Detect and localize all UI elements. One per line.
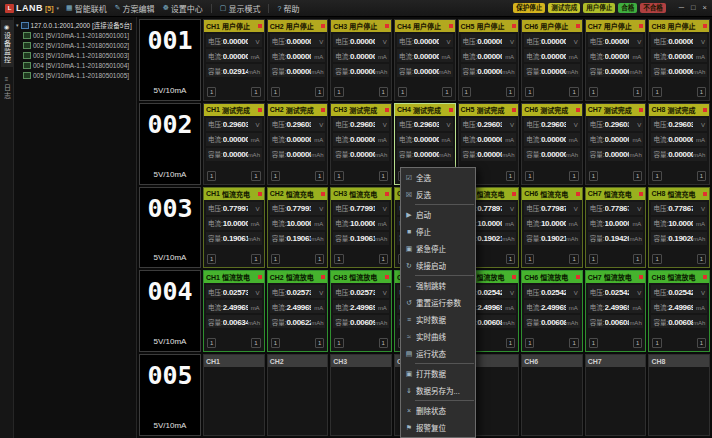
capacity-label: 容量:: [272, 233, 287, 243]
context-menu-item-realtime-data[interactable]: ≡实时数据: [402, 311, 474, 328]
current-value: 0.00000: [541, 135, 566, 144]
channel-card[interactable]: CH8: [648, 354, 710, 436]
device-icon: [23, 62, 31, 69]
channel-card[interactable]: CH1: [203, 354, 265, 436]
save-data-as-icon: ⇓: [405, 387, 413, 395]
menu-help[interactable]: ?帮助: [277, 3, 299, 14]
close-button[interactable]: ×: [703, 3, 707, 13]
channel-card[interactable]: CH7用户停止电压:0.00000V电流:0.00000mA容量:0.00000…: [585, 19, 647, 101]
sidebar-tab-device-monitor[interactable]: ◉设备监控: [1, 20, 13, 67]
menu-display-mode[interactable]: ▢显示模式: [220, 3, 261, 14]
cycle-number: 1: [633, 87, 642, 97]
tree-root-node[interactable]: ▾ 127.0.0.1:2001,2000 [连接设备5台]: [16, 20, 134, 30]
voltage-label: 电压:: [653, 287, 668, 297]
chevron-down-icon[interactable]: ▾: [57, 5, 60, 11]
channel-card[interactable]: CH3: [330, 354, 392, 436]
channel-card[interactable]: CH2用户停止电压:0.00000V电流:0.00000mA容量:0.00000…: [267, 19, 329, 101]
channel-card[interactable]: CH3测试完成电压:0.29603V电流:0.00000mA容量:0.00000…: [330, 103, 392, 185]
step-row: 11: [649, 169, 709, 184]
channel-card[interactable]: CH8恒流充电电压:0.77867V电流:10.0000mA容量:0.19020…: [648, 187, 710, 269]
channel-card[interactable]: CH7测试完成电压:0.29603V电流:0.00000mA容量:0.00000…: [585, 103, 647, 185]
context-menu-item-delete-status[interactable]: ×删除状态: [402, 402, 474, 419]
app-brand[interactable]: L LANB [5] ▾: [5, 3, 59, 13]
legend-fail: 不合格: [640, 3, 666, 13]
channel-card[interactable]: CH7恒流充电电压:0.77867V电流:10.0000mA容量:0.19420…: [585, 187, 647, 269]
channel-card[interactable]: CH6恒流放电电压:0.02542V电流:2.49969mA容量:0.00608…: [521, 270, 583, 352]
menu-settings-center[interactable]: ☸设置中心: [163, 3, 203, 14]
current-row: 电流:10.0000mA: [333, 217, 389, 230]
capacity-value: 0.00000: [350, 67, 375, 76]
context-menu-item-reset-run-params[interactable]: ↺重置运行参数: [402, 294, 474, 311]
channel-card[interactable]: CH3用户停止电压:0.00000V电流:0.00000mA容量:0.00000…: [330, 19, 392, 101]
device-display[interactable]: 0035V/10mA: [139, 187, 201, 269]
voltage-unit: V: [248, 122, 260, 128]
voltage-value: 0.29603: [541, 120, 566, 129]
device-display[interactable]: 0055V/10mA: [139, 354, 201, 436]
channel-card[interactable]: CH8用户停止电压:0.00000V电流:0.00000mA容量:0.00000…: [648, 19, 710, 101]
menu-smart-connect[interactable]: ▦智能联机: [66, 3, 107, 14]
channel-card[interactable]: CH8测试完成电压:0.29603V电流:0.00000mA容量:0.00000…: [648, 103, 710, 185]
channel-card[interactable]: CH2: [267, 354, 329, 436]
context-menu-item-realtime-curve[interactable]: ≈实时曲线: [402, 328, 474, 345]
channel-status: 用户停止: [667, 21, 701, 31]
context-menu-item-stop[interactable]: ■停止: [402, 223, 474, 240]
menu-plan-editor[interactable]: ✎方案编辑: [115, 3, 155, 14]
channel-card[interactable]: CH7恒流放电电压:0.02542V电流:2.49969mA容量:0.00608…: [585, 270, 647, 352]
tree-device-item[interactable]: 002 [5V/10mA-1.1-20180501002]: [16, 40, 134, 50]
channel-card[interactable]: CH6用户停止电压:0.00000V电流:0.00000mA容量:0.00000…: [521, 19, 583, 101]
device-display[interactable]: 0045V/10mA: [139, 270, 201, 352]
voltage-value: 0.00000: [605, 37, 630, 46]
maximize-button[interactable]: □: [691, 3, 696, 13]
channel-card[interactable]: CH7: [585, 354, 647, 436]
tree-device-item[interactable]: 003 [5V/10mA-1.1-20180501003]: [16, 50, 134, 60]
context-menu-item-start[interactable]: ▶启动: [402, 206, 474, 223]
device-display[interactable]: 0015V/10mA: [139, 19, 201, 101]
channel-card[interactable]: CH2恒流充电电压:0.77991V电流:10.0000mA容量:0.19061…: [267, 187, 329, 269]
context-menu-item-alarm-reset[interactable]: ⚑报警复位: [402, 419, 474, 436]
context-menu-item-open-data[interactable]: ▣打开数据: [402, 365, 474, 382]
step-number: 1: [334, 87, 343, 97]
channel-card[interactable]: CH3恒流放电电压:0.02573V电流:2.49969mA容量:0.00609…: [330, 270, 392, 352]
sidebar-tab-label: 日志: [2, 84, 12, 100]
voltage-value: 0.00000: [477, 37, 502, 46]
tree-device-item[interactable]: 004 [5V/10mA-1.1-20180501004]: [16, 60, 134, 70]
tree-root-label: 127.0.0.1:2001,2000 [连接设备5台]: [31, 20, 132, 30]
voltage-unit: V: [566, 122, 578, 128]
channel-card[interactable]: CH1测试完成电压:0.29603V电流:0.00000mA容量:0.00000…: [203, 103, 265, 185]
device-display[interactable]: 0025V/10mA: [139, 103, 201, 185]
channel-card[interactable]: CH3恒流充电电压:0.77991V电流:10.0000mA容量:0.19061…: [330, 187, 392, 269]
context-menu-item-emergency-stop[interactable]: ▣紧急停止: [402, 240, 474, 257]
context-menu-item-save-data-as[interactable]: ⇓数据另存为...: [402, 382, 474, 399]
recording-dot-icon: [258, 192, 262, 196]
channel-card[interactable]: CH6测试完成电压:0.29603V电流:0.00000mA容量:0.00000…: [521, 103, 583, 185]
tree-device-item[interactable]: 001 [5V/10mA-1.1-20180501001]: [16, 30, 134, 40]
channel-card[interactable]: CH2测试完成电压:0.29603V电流:0.00000mA容量:0.00000…: [267, 103, 329, 185]
channel-card[interactable]: CH5用户停止电压:0.00000V电流:0.00000mA容量:0.00000…: [458, 19, 520, 101]
channel-card[interactable]: CH8恒流放电电压:0.02542V电流:2.49969mA容量:0.00608…: [648, 270, 710, 352]
channel-card[interactable]: CH2恒流放电电压:0.02573V电流:2.49969mA容量:0.00622…: [267, 270, 329, 352]
cycle-number: 1: [569, 87, 578, 97]
voltage-row: 电压:0.29603V: [651, 118, 707, 131]
channel-card[interactable]: CH1恒流充电电压:0.77997V电流:10.0000mA容量:0.19061…: [203, 187, 265, 269]
channel-card[interactable]: CH6: [521, 354, 583, 436]
context-menu-label: 反选: [416, 189, 431, 200]
current-value: 0.00000: [605, 135, 630, 144]
channel-card[interactable]: CH1用户停止电压:0.00000V电流:0.00000mA容量:0.02914…: [203, 19, 265, 101]
context-menu-item-force-jump[interactable]: →强制跳转: [402, 277, 474, 294]
tree-expand-icon[interactable]: ▾: [16, 22, 19, 28]
channel-card[interactable]: CH4用户停止电压:0.00000V电流:0.00000mA容量:0.00000…: [394, 19, 456, 101]
current-row: 电流:0.00000mA: [651, 49, 707, 62]
capacity-label: 容量:: [526, 149, 541, 159]
tree-item-label: 003 [5V/10mA-1.1-20180501003]: [33, 52, 129, 59]
channel-card[interactable]: CH1恒流放电电压:0.02573V电流:2.49969mA容量:0.00634…: [203, 270, 265, 352]
context-menu-item-invert-selection[interactable]: ☒反选: [402, 186, 474, 203]
sidebar-tab-log[interactable]: ≡日志: [1, 73, 13, 103]
channel-header: CH1用户停止: [204, 20, 264, 32]
channel-card[interactable]: CH6恒流充电电压:0.77987V电流:10.0000mA容量:0.19021…: [521, 187, 583, 269]
context-menu-item-resume-start[interactable]: ↻续接启动: [402, 257, 474, 274]
context-menu-item-select-all[interactable]: ☑全选: [402, 169, 474, 186]
context-menu-item-run-status[interactable]: ▤运行状态: [402, 345, 474, 362]
tree-device-item[interactable]: 005 [5V/10mA-1.1-20180501005]: [16, 70, 134, 80]
voltage-unit: V: [502, 206, 514, 212]
minimize-button[interactable]: ─: [679, 3, 684, 13]
